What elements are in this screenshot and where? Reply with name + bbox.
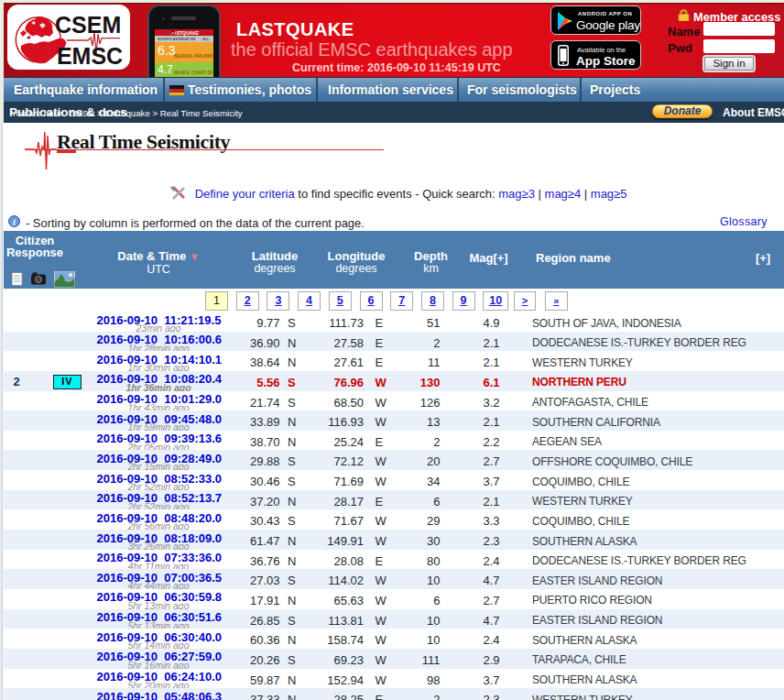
svg-text:i: i bbox=[13, 217, 16, 227]
